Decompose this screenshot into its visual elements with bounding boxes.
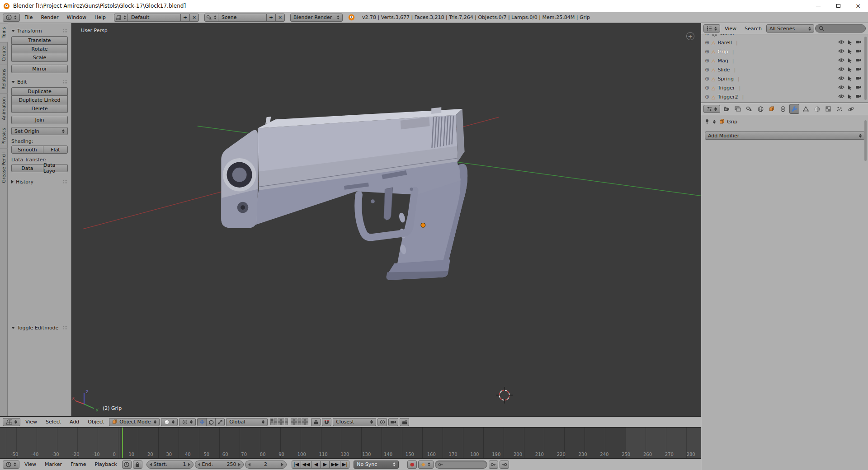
- breadcrumb-object[interactable]: Grip: [719, 119, 737, 125]
- tab-modifiers[interactable]: [789, 104, 799, 114]
- hide-eye-icon[interactable]: [838, 67, 844, 71]
- render-camera-icon[interactable]: [855, 49, 862, 53]
- increment-arrow-icon[interactable]: [238, 463, 241, 466]
- tab-particles[interactable]: [835, 104, 844, 114]
- scene-name[interactable]: Scene: [218, 14, 267, 22]
- outliner-item-label[interactable]: Barell: [718, 40, 732, 46]
- scene-browse-button[interactable]: [204, 14, 218, 22]
- menu-file[interactable]: File: [21, 12, 36, 23]
- prev-keyframe-button[interactable]: ◀◀: [301, 461, 312, 469]
- editor-type-selector[interactable]: [703, 24, 720, 33]
- delete-scene-button[interactable]: ×: [275, 14, 285, 22]
- tab-scene[interactable]: [744, 104, 754, 114]
- render-camera-icon[interactable]: [855, 58, 862, 62]
- tab-render-layers[interactable]: [733, 104, 743, 114]
- outliner-search-field[interactable]: [815, 24, 866, 33]
- menu-add[interactable]: Add: [66, 417, 83, 427]
- hide-eye-icon[interactable]: [838, 58, 844, 62]
- menu-view[interactable]: View: [22, 417, 41, 427]
- tab-material[interactable]: [812, 104, 822, 114]
- add-scene-button[interactable]: +: [266, 14, 276, 22]
- layers-widget[interactable]: [270, 418, 308, 425]
- menu-marker[interactable]: Marker: [41, 459, 66, 470]
- render-camera-icon[interactable]: [855, 94, 862, 99]
- editor-type-selector[interactable]: [3, 461, 19, 469]
- outliner-row[interactable]: ⊕ △ Spring |: [703, 74, 866, 83]
- tab-tools[interactable]: Tools: [0, 23, 8, 42]
- tab-world[interactable]: [755, 104, 765, 114]
- panel-drag-dots-icon[interactable]: [63, 180, 68, 183]
- panel-header-edit[interactable]: Edit: [11, 78, 68, 86]
- editor-type-selector[interactable]: [3, 418, 20, 426]
- outliner-item-label[interactable]: Mag: [718, 58, 728, 64]
- hide-eye-icon[interactable]: [838, 76, 844, 80]
- active-keying-set-field[interactable]: [435, 461, 487, 469]
- outliner-scrollbar[interactable]: [864, 37, 867, 100]
- outliner-item-label[interactable]: Grip: [718, 49, 728, 55]
- duplicate-linked-button[interactable]: Duplicate Linked: [11, 96, 68, 104]
- lock-time-button[interactable]: [133, 461, 142, 469]
- menu-frame[interactable]: Frame: [67, 459, 90, 470]
- opengl-render-button[interactable]: [388, 418, 398, 426]
- panel-drag-dots-icon[interactable]: [63, 80, 68, 84]
- outliner-item-label[interactable]: Trigger2: [718, 94, 738, 100]
- delete-keyframe-button[interactable]: [500, 461, 509, 469]
- menu-render[interactable]: Render: [37, 12, 62, 23]
- play-reverse-button[interactable]: ◀: [311, 461, 321, 469]
- mode-dropdown[interactable]: Object Mode: [109, 418, 160, 426]
- screen-layout-browse-button[interactable]: [114, 14, 128, 22]
- use-preview-range-button[interactable]: [122, 461, 132, 469]
- timeline-ruler[interactable]: -50-40-30-20-100102030405060708090100110…: [0, 428, 701, 458]
- panel-header-toggle-editmode[interactable]: Toggle Editmode: [11, 324, 68, 332]
- tab-grease-pencil[interactable]: Grease Pencil: [0, 148, 8, 187]
- render-engine-selector[interactable]: Blender Render: [290, 14, 343, 22]
- selectable-cursor-icon[interactable]: [848, 76, 852, 81]
- outliner-row-active[interactable]: ⊕ △ Grip |: [703, 47, 866, 56]
- expand-icon[interactable]: ⊕: [705, 94, 709, 100]
- delete-screen-layout-button[interactable]: ×: [189, 14, 199, 22]
- insert-keyframe-button[interactable]: [489, 461, 498, 469]
- auto-keyframe-record-button[interactable]: ●: [407, 461, 417, 469]
- tab-physics[interactable]: [846, 104, 856, 114]
- editor-type-selector[interactable]: [3, 14, 20, 22]
- outliner-row-world[interactable]: ⊕ World: [703, 34, 866, 38]
- selectable-cursor-icon[interactable]: [848, 94, 852, 99]
- tab-physics[interactable]: Physics: [0, 124, 8, 148]
- panel-header-history[interactable]: History: [11, 178, 68, 186]
- expand-icon[interactable]: ⊕: [705, 75, 709, 82]
- render-camera-icon[interactable]: [855, 67, 862, 71]
- outliner-item-label[interactable]: Trigger: [718, 85, 735, 91]
- tab-animation[interactable]: Animation: [0, 93, 8, 124]
- join-button[interactable]: Join: [11, 116, 68, 124]
- hide-eye-icon[interactable]: [838, 85, 844, 89]
- end-frame-field[interactable]: End: 250: [195, 461, 244, 469]
- outliner-item-label[interactable]: Slide: [718, 67, 730, 73]
- duplicate-button[interactable]: Duplicate: [11, 87, 68, 96]
- panel-header-transform[interactable]: Transform: [11, 27, 68, 35]
- expand-icon[interactable]: ⊕: [705, 48, 709, 55]
- expand-icon[interactable]: ⊕: [705, 57, 709, 64]
- mirror-button[interactable]: Mirror: [11, 65, 68, 73]
- minimize-button[interactable]: [808, 0, 828, 12]
- rotate-button[interactable]: Rotate: [11, 45, 68, 53]
- start-frame-field[interactable]: Start: 1: [146, 461, 193, 469]
- scale-manipulator-button[interactable]: [215, 418, 225, 426]
- add-modifier-dropdown[interactable]: Add Modifier: [705, 132, 865, 140]
- display-filter-dropdown[interactable]: All Scenes: [766, 24, 814, 33]
- decrement-arrow-icon[interactable]: [198, 463, 200, 466]
- hide-eye-icon[interactable]: [838, 49, 844, 53]
- tab-constraints[interactable]: [778, 104, 788, 114]
- snap-toggle-button[interactable]: [322, 418, 331, 426]
- shade-smooth-button[interactable]: Smooth: [11, 146, 43, 154]
- outliner-row[interactable]: ⊕ △ Mag |: [703, 56, 866, 65]
- viewport-shading-dropdown[interactable]: [161, 418, 178, 426]
- tab-render[interactable]: [722, 104, 731, 114]
- expand-icon[interactable]: ⊕: [705, 39, 709, 46]
- pin-icon[interactable]: [705, 119, 709, 124]
- opengl-render-anim-button[interactable]: [400, 418, 409, 426]
- current-frame-field[interactable]: 2: [245, 461, 287, 469]
- transform-orientation-dropdown[interactable]: Global: [226, 418, 268, 426]
- selectable-cursor-icon[interactable]: [848, 49, 852, 54]
- shade-flat-button[interactable]: Flat: [43, 146, 68, 154]
- viewport-3d[interactable]: x y z User Persp (2) Grip +: [72, 23, 701, 416]
